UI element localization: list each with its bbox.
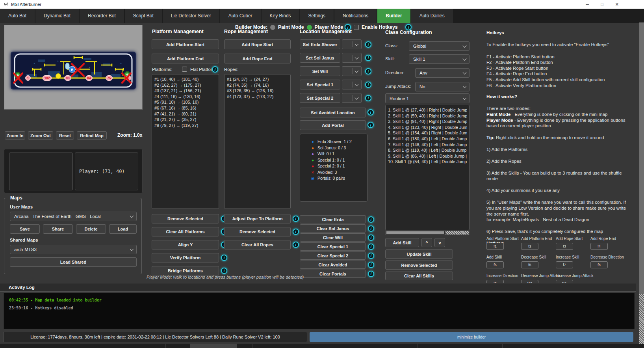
skill-list-item[interactable]: 5. Skill 1 @ (154, 40) | Right | Double …: [388, 130, 467, 136]
hotkey-key-button[interactable]: f3: [556, 243, 573, 250]
hotkey-key-button[interactable]: f6: [521, 261, 538, 268]
ropes-list[interactable]: #1 (24, 37) → (24, 27)#2 (74, 35) → (74,…: [224, 74, 291, 209]
add-rope-end-button[interactable]: Add Rope End: [224, 54, 291, 63]
platforms-list[interactable]: #1 (10, 40) → (181, 40)#2 (162, 27) → (1…: [152, 74, 219, 209]
tab[interactable]: Notifications: [334, 9, 377, 23]
clear-location-button[interactable]: Clear Erda: [300, 215, 366, 223]
rope-list-item[interactable]: #3 (126, 35) → (126, 16): [227, 88, 288, 94]
clear-location-button[interactable]: Clear Sol Janus: [300, 224, 366, 233]
maximize-icon[interactable]: □: [601, 2, 603, 7]
platform-list-item[interactable]: #6 (67, 16) → (85, 16): [154, 105, 216, 111]
class-select[interactable]: Global: [409, 41, 470, 51]
skills-horizontal-scrollbar[interactable]: [385, 231, 470, 235]
platform-list-item[interactable]: #8 (21, 27) → (35, 27): [154, 117, 216, 123]
load-map-button[interactable]: Load: [109, 224, 137, 234]
hotkey-key-button[interactable]: f4: [590, 243, 608, 250]
skill-select[interactable]: Skill 1: [409, 54, 470, 64]
add-platform-end-button[interactable]: Add Platform End: [152, 54, 219, 63]
info-icon[interactable]: i: [293, 216, 299, 222]
set-location-button[interactable]: Set Sol Janus: [300, 53, 340, 63]
portal-info-icon[interactable]: i: [367, 122, 374, 128]
shared-maps-select[interactable]: arch-MTS3: [10, 245, 137, 254]
info-icon[interactable]: i: [293, 242, 299, 248]
set-avoided-location-button[interactable]: Set Avoided Location: [300, 108, 366, 117]
platform-list-item[interactable]: #9 (79, 27) → (119, 27): [154, 123, 216, 128]
platform-action-button[interactable]: Bridge Platforms: [152, 266, 219, 275]
info-icon[interactable]: i: [368, 234, 374, 241]
skill-list-item[interactable]: 6. Skill 1 @ (180, 40) | Left | Double J…: [388, 136, 467, 142]
rope-action-button[interactable]: Remove Selected: [224, 227, 291, 236]
location-count-select[interactable]: [342, 39, 362, 49]
tab[interactable]: Settings: [300, 9, 334, 23]
platform-list-item[interactable]: #7 (41, 21) → (60, 21): [154, 111, 216, 117]
rope-action-button[interactable]: Adjust Rope To Platform: [224, 214, 291, 223]
refind-map-button[interactable]: Refind Map: [77, 131, 107, 140]
rope-list-item[interactable]: #1 (24, 37) → (24, 27): [227, 76, 288, 82]
update-skill-button[interactable]: Update Skill: [385, 249, 453, 259]
clear-location-button[interactable]: Clear Portals: [300, 270, 366, 278]
minimap-image[interactable]: 1 102 93 84 75 6 E: [11, 52, 136, 89]
info-icon[interactable]: i: [365, 68, 371, 74]
hotkey-key-button[interactable]: f1: [486, 243, 504, 250]
set-location-button[interactable]: Set Will: [300, 66, 340, 76]
scrollbar-thumb[interactable]: [386, 231, 444, 234]
remove-skill-button[interactable]: Remove Selected: [385, 261, 453, 270]
info-icon[interactable]: i: [293, 229, 299, 235]
tab[interactable]: Lie Detector Solver: [163, 9, 220, 23]
minimize-builder-button[interactable]: minimize builder: [310, 332, 633, 342]
flat-platform-info-icon[interactable]: i: [212, 66, 218, 73]
rope-action-button[interactable]: Clear All Ropes: [224, 240, 291, 249]
scrollbar-thumb[interactable]: [639, 22, 644, 294]
location-count-select[interactable]: [342, 80, 362, 89]
platform-action-button[interactable]: Align Y: [152, 240, 219, 249]
location-count-select[interactable]: [342, 66, 362, 76]
platform-action-button[interactable]: Clear All Platforms: [152, 227, 219, 236]
skill-list-item[interactable]: 7. Skill 1 @ (148, 40) | Left | Double J…: [388, 142, 467, 148]
minimize-icon[interactable]: ─: [586, 2, 589, 7]
skill-list-item[interactable]: 1. Skill 1 @ (27, 40) | Right | Double J…: [388, 107, 467, 113]
set-location-button[interactable]: Set Special 1: [300, 80, 340, 89]
info-icon[interactable]: i: [365, 55, 371, 61]
direction-select[interactable]: Any: [415, 68, 470, 78]
info-icon[interactable]: i: [221, 268, 227, 274]
skill-list-item[interactable]: 10. Skill 1 @ (54, 40) | Left | Double J…: [388, 159, 467, 165]
info-icon[interactable]: i: [368, 216, 374, 223]
skill-list-item[interactable]: 4. Skill 1 @ (123, 40) | Right | Double …: [388, 125, 467, 130]
tab[interactable]: Auto Cuber: [220, 9, 262, 23]
clear-location-button[interactable]: Clear Special 2: [300, 251, 366, 260]
hotkey-key-button[interactable]: f2: [521, 243, 538, 250]
info-icon[interactable]: i: [368, 244, 374, 250]
zoom-in-button[interactable]: Zoom In: [5, 131, 25, 140]
close-icon[interactable]: ✕: [615, 2, 619, 7]
minimap-viewer[interactable]: 1 102 93 84 75 6 E: [4, 25, 143, 110]
jump-attack-select[interactable]: No: [415, 82, 470, 91]
flat-platform-checkbox[interactable]: [182, 67, 187, 72]
info-icon[interactable]: i: [368, 225, 374, 232]
info-icon[interactable]: i: [365, 95, 371, 101]
platform-action-button[interactable]: Verify Platform: [152, 253, 219, 262]
add-portal-button[interactable]: Add Portal: [300, 120, 366, 130]
add-platform-start-button[interactable]: Add Platform Start: [152, 39, 219, 49]
load-shared-button[interactable]: Load Shared: [10, 257, 137, 267]
platform-action-button[interactable]: Remove Selected: [152, 214, 219, 223]
clear-location-button[interactable]: Clear Avoided: [300, 261, 366, 269]
location-status-list[interactable]: ● Erda Shower: 1 / 2 ● Sol Janus: 0 / 3 …: [300, 134, 367, 202]
clear-all-skills-button[interactable]: Clear All Skills: [385, 272, 453, 280]
skill-list-item[interactable]: 2. Skill 1 @ (59, 40) | Right | Double J…: [388, 113, 467, 119]
set-location-button[interactable]: Set Special 2: [300, 93, 340, 103]
platform-list-item[interactable]: #1 (10, 40) → (181, 40): [154, 76, 216, 82]
skill-list-item[interactable]: 8. Skill 1 @ (118, 40) | Left | Double J…: [388, 147, 467, 153]
paint-mode-radio[interactable]: [270, 25, 275, 30]
add-rope-start-button[interactable]: Add Rope Start: [224, 39, 291, 49]
reset-button[interactable]: Reset: [56, 131, 74, 140]
platform-list-item[interactable]: #4 (111, 16) → (130, 16): [154, 94, 216, 100]
tab[interactable]: Key Binds: [262, 9, 300, 23]
hotkey-key-button[interactable]: f7: [556, 261, 573, 268]
rope-list-item[interactable]: #2 (74, 35) → (74, 16): [227, 82, 288, 88]
tab[interactable]: Auto Bot: [0, 9, 35, 23]
tab[interactable]: Dynamic Bot: [35, 9, 80, 23]
routine-select[interactable]: Routine 1: [385, 93, 470, 103]
skills-list[interactable]: 1. Skill 1 @ (27, 40) | Right | Double J…: [385, 105, 470, 230]
rope-list-item[interactable]: #4 (173, 37) → (173, 27): [227, 94, 288, 100]
info-icon[interactable]: i: [365, 41, 371, 48]
